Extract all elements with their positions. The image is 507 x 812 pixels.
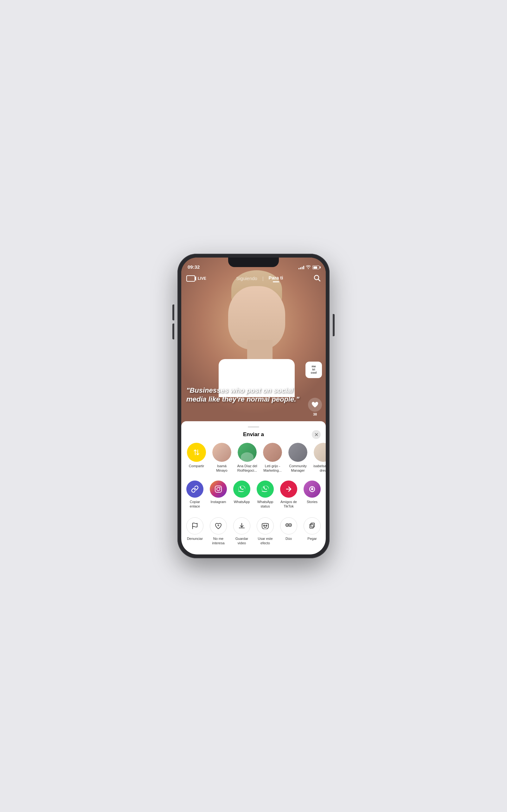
app-instagram[interactable]: Instagram <box>207 478 229 511</box>
subtitle-text: "Businesses who post on social media lik… <box>186 386 300 403</box>
feed-tabs: Siguiendo | Para ti <box>236 275 283 282</box>
app-name-stories: Stories <box>307 500 318 504</box>
recipient-name-leti: Leti grijo - Marketing... <box>262 464 283 473</box>
metricool-badge: me tri cool <box>305 362 322 378</box>
svg-point-5 <box>220 487 221 488</box>
app-name-copy-link: Copiar enlace <box>185 500 205 509</box>
svg-line-2 <box>319 280 320 281</box>
action-denunciar[interactable]: Denunciar <box>184 515 206 548</box>
recipient-name-community: Community Manager <box>287 464 308 473</box>
paste-icon <box>303 517 321 535</box>
app-whatsapp[interactable]: WhatsApp <box>231 478 253 511</box>
svg-rect-3 <box>215 486 222 492</box>
svg-point-15 <box>287 525 288 526</box>
share-title: Enviar a <box>243 432 264 438</box>
svg-rect-0 <box>187 275 195 281</box>
svg-point-9 <box>312 489 313 490</box>
recipient-name-ana: Ana Díaz del RiolNegoci... <box>236 464 258 473</box>
share-recipient-compartir[interactable]: ⇄ Compartir <box>185 443 208 473</box>
action-name-denunciar: Denunciar <box>187 537 203 541</box>
para-ti-tab[interactable]: Para ti <box>269 275 283 282</box>
apps-list: Copiar enlace Instagram <box>181 478 326 511</box>
action-name-efecto: Usar este efecto <box>256 537 275 546</box>
signal-icon <box>298 265 304 269</box>
notch <box>228 258 279 267</box>
video-actions: 38 <box>308 398 322 416</box>
power-button[interactable] <box>333 314 335 336</box>
app-stories[interactable]: Stories <box>301 478 323 511</box>
video-feed[interactable]: LIVE Siguiendo | Para ti <box>181 258 326 442</box>
recipient-name-isabel: isabelsantiar dreu <box>313 464 326 473</box>
volume-down-button[interactable] <box>172 323 174 339</box>
duo-icon <box>280 517 297 535</box>
phone-frame: 09:32 <box>177 254 330 558</box>
share-recipient-isama[interactable]: Isamá Minayo <box>210 443 233 473</box>
svg-point-11 <box>264 525 265 526</box>
like-count: 38 <box>313 412 317 416</box>
volume-up-button[interactable] <box>172 305 174 320</box>
svg-point-4 <box>217 488 220 491</box>
app-name-whatsapp-status: WhatsApp status <box>256 500 275 509</box>
action-name-no-interesa: No me interesa <box>209 537 228 546</box>
action-name-duo: Dúo <box>285 537 292 541</box>
screen-content: 09:32 <box>181 258 326 554</box>
live-badge[interactable]: LIVE <box>186 275 206 282</box>
svg-rect-17 <box>310 524 314 528</box>
app-amigos-tiktok[interactable]: Amigos de TikTok <box>278 478 300 511</box>
actions-list: Denunciar No me interesa <box>181 515 326 548</box>
action-no-interesa[interactable]: No me interesa <box>207 515 229 548</box>
search-button[interactable] <box>313 274 321 283</box>
siguiendo-tab[interactable]: Siguiendo <box>236 275 257 281</box>
like-action[interactable]: 38 <box>308 398 322 416</box>
share-recipient-community[interactable]: Community Manager <box>286 443 309 473</box>
tiktok-navigation: LIVE Siguiendo | Para ti <box>181 271 326 286</box>
action-guardar[interactable]: Guardar video <box>231 515 253 548</box>
tab-divider: | <box>262 276 264 281</box>
wifi-icon <box>306 265 311 270</box>
share-recipient-ana[interactable]: Ana Díaz del RiolNegoci... <box>236 443 259 473</box>
active-tab-indicator <box>273 281 279 282</box>
recipient-name-isama: Isamá Minayo <box>211 464 233 473</box>
action-name-pegar: Pegar <box>307 537 317 541</box>
status-time: 09:32 <box>187 264 200 270</box>
recipient-name-compartir: Compartir <box>189 464 204 468</box>
app-name-whatsapp: WhatsApp <box>234 500 250 504</box>
battery-icon <box>313 265 320 269</box>
close-button[interactable]: ✕ <box>312 430 321 439</box>
phone-screen: 09:32 <box>181 258 326 554</box>
recipients-list: ⇄ Compartir Isamá Minayo <box>181 443 326 473</box>
app-name-amigos-tiktok: Amigos de TikTok <box>279 500 298 509</box>
flag-icon <box>186 517 204 535</box>
action-name-guardar: Guardar video <box>232 537 251 546</box>
app-name-instagram: Instagram <box>211 500 226 504</box>
share-recipient-leti[interactable]: Leti grijo - Marketing... <box>261 443 284 473</box>
action-efecto[interactable]: Usar este efecto <box>254 515 276 548</box>
svg-rect-18 <box>311 523 314 527</box>
share-header: Enviar a ✕ <box>181 432 326 438</box>
share-recipient-isabel[interactable]: isabelsantiar dreu <box>312 443 326 473</box>
sheet-handle <box>248 426 259 427</box>
svg-point-16 <box>290 525 291 526</box>
video-subtitle: "Businesses who post on social media lik… <box>186 386 300 403</box>
action-pegar[interactable]: Pegar <box>301 515 323 548</box>
share-sheet: Enviar a ✕ ⇄ Compartir <box>181 421 326 554</box>
share-arrows-icon: ⇄ <box>192 449 201 455</box>
app-copy-link[interactable]: Copiar enlace <box>184 478 206 511</box>
live-label: LIVE <box>198 276 206 281</box>
broken-heart-icon <box>210 517 227 535</box>
metricool-label: me tri cool <box>311 365 317 374</box>
close-icon: ✕ <box>314 432 319 438</box>
status-icons <box>298 265 320 270</box>
mask-icon <box>257 517 274 535</box>
svg-point-12 <box>266 525 267 526</box>
download-icon <box>233 517 250 535</box>
action-duo[interactable]: Dúo <box>278 515 300 548</box>
app-whatsapp-status[interactable]: WhatsApp status <box>254 478 276 511</box>
